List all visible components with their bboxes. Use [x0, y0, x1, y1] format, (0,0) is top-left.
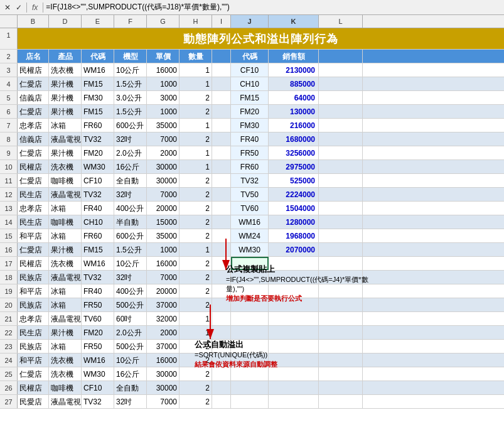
list-item: 2 — [180, 215, 212, 229]
list-item: 2 — [180, 105, 212, 118]
list-item: 冰箱 — [49, 229, 82, 242]
list-item: 16000 — [147, 257, 180, 270]
list-item: 民權店 — [18, 381, 49, 394]
list-item: 20000 — [147, 202, 180, 215]
list-item: 16公斤 — [114, 160, 147, 173]
list-item: 32吋 — [114, 132, 147, 146]
row-num-4: 4 — [0, 77, 18, 90]
summary-amount-cell: 2130000 — [269, 63, 319, 77]
list-item: 2 — [180, 188, 212, 201]
header-row: 2 店名 產品 代碼 機型 單價 數量 代碼 銷售額 — [0, 50, 504, 63]
summary-code-cell: FM20 — [231, 105, 269, 118]
list-item: 600公升 — [114, 229, 147, 242]
annotation1-desc: 增加判斷是否要執行公式 — [226, 294, 383, 303]
list-item: 15000 — [147, 215, 180, 229]
list-item: 30000 — [147, 367, 180, 381]
list-item: 民生店 — [18, 326, 49, 339]
list-item: 果汁機 — [49, 243, 82, 256]
list-item: 7000 — [147, 188, 180, 201]
col-header-l[interactable]: L — [319, 15, 363, 28]
confirm-btn[interactable]: ✓ — [14, 3, 24, 12]
row-num-16: 16 — [0, 243, 18, 256]
summary-code-cell: CH10 — [231, 77, 269, 90]
empty-l-cell — [319, 202, 363, 215]
list-item: 全自動 — [114, 381, 147, 394]
list-item: CH10 — [82, 215, 114, 229]
empty-k-cell — [269, 326, 319, 339]
list-item: 液晶電視 — [49, 188, 82, 201]
list-item: 60吋 — [114, 312, 147, 325]
table-row: 8信義店液晶電視TV3232吋70002FR401680000 — [0, 132, 504, 146]
list-item: FM20 — [82, 326, 114, 339]
summary-code-cell: CF10 — [231, 63, 269, 77]
empty-k-cell — [269, 381, 319, 394]
list-item: 1.5公升 — [114, 243, 147, 256]
list-item: 2 — [180, 395, 212, 408]
empty-cell — [212, 132, 231, 146]
empty-cell — [212, 367, 231, 381]
empty-l-cell — [319, 188, 363, 201]
col-header-f[interactable]: F — [114, 15, 147, 28]
summary-amount-cell: 1504000 — [269, 202, 319, 215]
table-row: 10民權店洗衣機WM3016公斤300001FR602975000 — [0, 160, 504, 174]
list-item: 冰箱 — [49, 284, 82, 298]
list-item: 民生店 — [18, 188, 49, 201]
summary-code-cell: TV32 — [231, 174, 269, 187]
list-item: 冰箱 — [49, 298, 82, 311]
list-item: 冰箱 — [49, 202, 82, 215]
list-item: 洗衣機 — [49, 63, 82, 77]
row-num-27: 27 — [0, 395, 18, 408]
formula-content[interactable]: =IF(J18<>"",SUMPRODUCT((代碼=J18)*單價*數量),"… — [46, 2, 501, 13]
list-item: 仁愛店 — [18, 77, 49, 90]
col-header-h[interactable]: H — [180, 15, 212, 28]
list-item: 信義店 — [18, 132, 49, 146]
list-item: 仁愛店 — [18, 243, 49, 256]
list-item: 2.0公升 — [114, 146, 147, 159]
col-header-e[interactable]: E — [82, 15, 114, 28]
empty-l-cell — [319, 63, 363, 77]
list-item: 洗衣機 — [49, 354, 82, 367]
empty-l-cell — [319, 77, 363, 90]
list-item: 果汁機 — [49, 77, 82, 90]
list-item: 32000 — [147, 312, 180, 325]
col-header-g[interactable]: G — [147, 15, 180, 28]
list-item: CF10 — [82, 174, 114, 187]
empty-cell — [212, 395, 231, 408]
empty-cell — [212, 202, 231, 215]
summary-code-cell: FR40 — [231, 132, 269, 146]
list-item: 1 — [180, 63, 212, 77]
row-num-1: 1 — [0, 28, 18, 49]
empty-l-cell — [319, 243, 363, 256]
list-item: 忠孝店 — [18, 202, 49, 215]
header-code: 代碼 — [82, 50, 114, 63]
list-item: 半自動 — [114, 215, 147, 229]
list-item: TV32 — [82, 271, 114, 284]
row-num-19: 19 — [0, 284, 18, 298]
annotation2-formula: =SORT(UNIQUE(代碼)) — [195, 350, 351, 360]
cancel-btn[interactable]: ✕ — [3, 3, 13, 12]
list-item: 民族店 — [18, 298, 49, 311]
list-item: WM30 — [82, 367, 114, 381]
col-header-d[interactable]: D — [49, 15, 82, 28]
empty-cell — [212, 381, 231, 394]
col-header-j[interactable]: J — [231, 15, 269, 28]
empty-cell — [212, 160, 231, 173]
col-header-k[interactable]: K — [269, 15, 319, 28]
table-row: 6仁愛店果汁機FM151.5公升10002FM20130000 — [0, 105, 504, 119]
list-item: 10公斤 — [114, 63, 147, 77]
spreadsheet-window: ✕ ✓ fx =IF(J18<>"",SUMPRODUCT((代碼=J18)*單… — [0, 0, 504, 432]
col-header-b[interactable]: B — [18, 15, 49, 28]
row-num-3: 3 — [0, 63, 18, 77]
row-num-25: 25 — [0, 367, 18, 381]
list-item: 民權店 — [18, 257, 49, 270]
arrow-annotation2 — [201, 301, 220, 352]
empty-k-cell — [269, 367, 319, 381]
header-price: 單價 — [147, 50, 180, 63]
list-item: 3.0公升 — [114, 91, 147, 104]
list-item: 10公斤 — [114, 257, 147, 270]
list-item: 2 — [180, 381, 212, 394]
col-header-i[interactable]: I — [212, 15, 231, 28]
summary-code-cell: FM15 — [231, 91, 269, 104]
list-item: FM15 — [82, 77, 114, 90]
summary-code-cell: FM30 — [231, 119, 269, 132]
